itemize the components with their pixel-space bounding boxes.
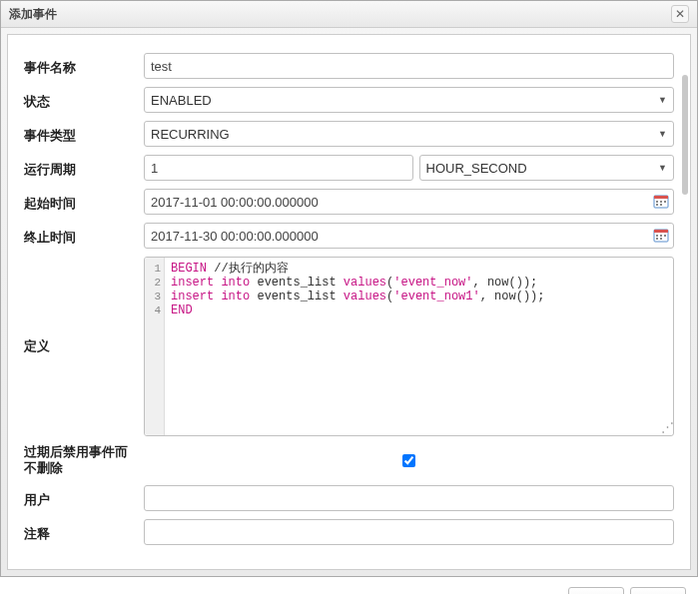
svg-rect-9: [656, 235, 658, 237]
svg-rect-12: [656, 238, 658, 240]
svg-rect-1: [654, 196, 668, 199]
end-time-input[interactable]: [144, 223, 674, 249]
disable-on-expire-checkbox[interactable]: [402, 454, 415, 467]
execute-button[interactable]: 执行: [568, 587, 624, 595]
row-event-name: 事件名称: [24, 53, 674, 79]
status-select[interactable]: ENABLED: [144, 87, 674, 113]
row-period: 运行周期 HOUR_SECOND: [24, 155, 674, 181]
row-user: 用户: [24, 485, 674, 511]
svg-rect-11: [664, 235, 666, 237]
definition-editor[interactable]: 1234 BEGIN //执行的内容insert into events_lis…: [144, 257, 674, 436]
label-period: 运行周期: [24, 157, 144, 179]
dialog-buttons: 执行 关闭: [0, 577, 700, 595]
label-event-type: 事件类型: [24, 123, 144, 145]
label-comment: 注释: [24, 521, 144, 543]
code-body[interactable]: BEGIN //执行的内容insert into events_list val…: [165, 258, 673, 435]
event-type-select[interactable]: RECURRING: [144, 121, 674, 147]
scrollbar-thumb[interactable]: [682, 75, 688, 195]
label-end-time: 终止时间: [24, 225, 144, 247]
row-event-type: 事件类型 RECURRING: [24, 121, 674, 147]
svg-rect-10: [660, 235, 662, 237]
event-name-input[interactable]: [144, 53, 674, 79]
dialog-content-wrap: 事件名称 状态 ENABLED 事件类型 RECURRING: [1, 28, 697, 576]
add-event-dialog: 添加事件 ✕ 事件名称 状态 ENABLED 事件类型: [0, 0, 698, 577]
row-comment: 注释: [24, 519, 674, 545]
dialog-titlebar: 添加事件 ✕: [1, 1, 697, 28]
label-status: 状态: [24, 89, 144, 111]
label-user: 用户: [24, 487, 144, 509]
svg-rect-2: [656, 201, 658, 203]
label-definition: 定义: [24, 337, 144, 355]
close-icon[interactable]: ✕: [671, 5, 689, 23]
dialog-content: 事件名称 状态 ENABLED 事件类型 RECURRING: [7, 34, 691, 570]
code-gutter: 1234: [145, 258, 165, 435]
svg-rect-5: [656, 204, 658, 206]
svg-rect-6: [660, 204, 662, 206]
calendar-icon[interactable]: [652, 193, 670, 211]
svg-rect-8: [654, 230, 668, 233]
row-end-time: 终止时间: [24, 223, 674, 249]
period-value-input[interactable]: [144, 155, 413, 181]
start-time-input[interactable]: [144, 189, 674, 215]
user-input[interactable]: [144, 485, 674, 511]
resize-handle-icon[interactable]: ⋰: [661, 423, 671, 433]
label-start-time: 起始时间: [24, 191, 144, 213]
label-event-name: 事件名称: [24, 55, 144, 77]
row-definition: 定义 1234 BEGIN //执行的内容insert into events_…: [24, 257, 674, 436]
label-disable-on-expire: 过期后禁用事件而不删除: [24, 444, 144, 477]
row-status: 状态 ENABLED: [24, 87, 674, 113]
comment-input[interactable]: [144, 519, 674, 545]
dialog-title: 添加事件: [9, 6, 57, 23]
calendar-icon[interactable]: [652, 227, 670, 245]
close-button[interactable]: 关闭: [630, 587, 686, 595]
svg-rect-3: [660, 201, 662, 203]
row-start-time: 起始时间: [24, 189, 674, 215]
svg-rect-13: [660, 238, 662, 240]
period-unit-select[interactable]: HOUR_SECOND: [419, 155, 675, 181]
svg-rect-4: [664, 201, 666, 203]
row-disable-on-expire: 过期后禁用事件而不删除: [24, 444, 674, 477]
